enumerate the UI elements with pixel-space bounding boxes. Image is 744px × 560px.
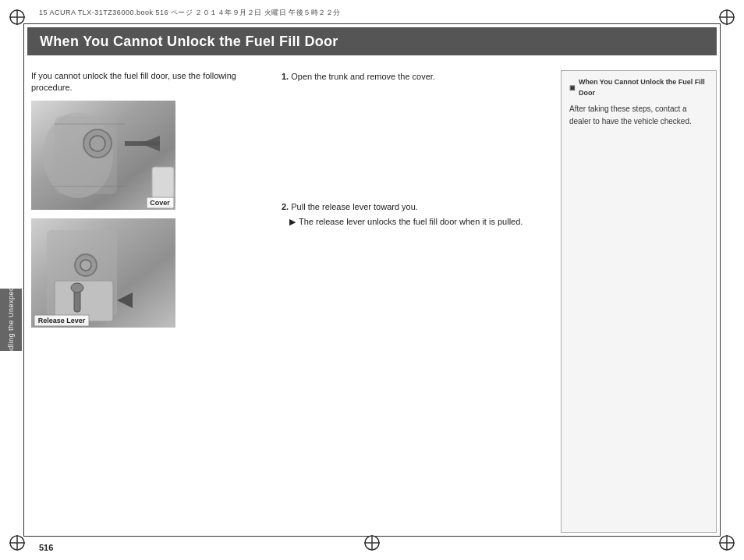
trunk-cover-image-container: Cover [31,101,269,212]
svg-text:Release Lever: Release Lever [38,317,86,324]
info-box-title: When You Cannot Unlock the Fuel Fill Doo… [569,77,708,98]
right-border [720,23,721,537]
title-bar: When You Cannot Unlock the Fuel Fill Doo… [27,27,717,55]
step-1-number: 1. [282,72,289,81]
step-1-text: Open the trunk and remove the cover. [291,72,435,81]
step-2-sub-text: The release lever unlocks the fuel fill … [299,215,523,229]
svg-point-20 [90,136,105,151]
trunk-cover-image: Cover [31,101,175,210]
step-2-number: 2. [282,202,289,211]
top-border [23,23,721,24]
svg-point-31 [80,260,91,271]
svg-rect-24 [125,141,160,146]
left-column: If you cannot unlock the fuel fill door,… [27,62,269,533]
svg-rect-18 [55,116,117,194]
bottom-border [23,536,721,537]
left-border [23,23,24,537]
side-tab: Handling the Unexpected [0,289,22,351]
trunk-lever-image-container: Release Lever [31,218,269,330]
content-area: If you cannot unlock the fuel fill door,… [27,62,717,533]
file-info: 15 ACURA TLX-31TZ36000.book 516 ページ ２０１４… [39,8,341,18]
step-2-text: Pull the release lever toward you. [291,202,418,211]
step-1: 1. Open the trunk and remove the cover. [282,70,553,83]
steps-column: 1. Open the trunk and remove the cover. … [269,62,561,533]
intro-text: If you cannot unlock the fuel fill door,… [31,70,269,94]
page-number: 516 [39,543,53,552]
info-box: When You Cannot Unlock the Fuel Fill Doo… [561,70,717,533]
step-arrow-icon: ▶ [289,215,296,229]
page-title: When You Cannot Unlock the Fuel Fill Doo… [40,34,338,50]
trunk-lever-image: Release Lever [31,218,175,328]
svg-point-34 [71,283,83,292]
step-2: 2. Pull the release lever toward you. ▶ … [282,200,553,229]
svg-text:Cover: Cover [150,199,170,207]
side-tab-label: Handling the Unexpected [7,276,15,364]
step-2-sub: ▶ The release lever unlocks the fuel fil… [282,215,553,229]
info-box-text: After taking these steps, contact a deal… [569,103,708,128]
